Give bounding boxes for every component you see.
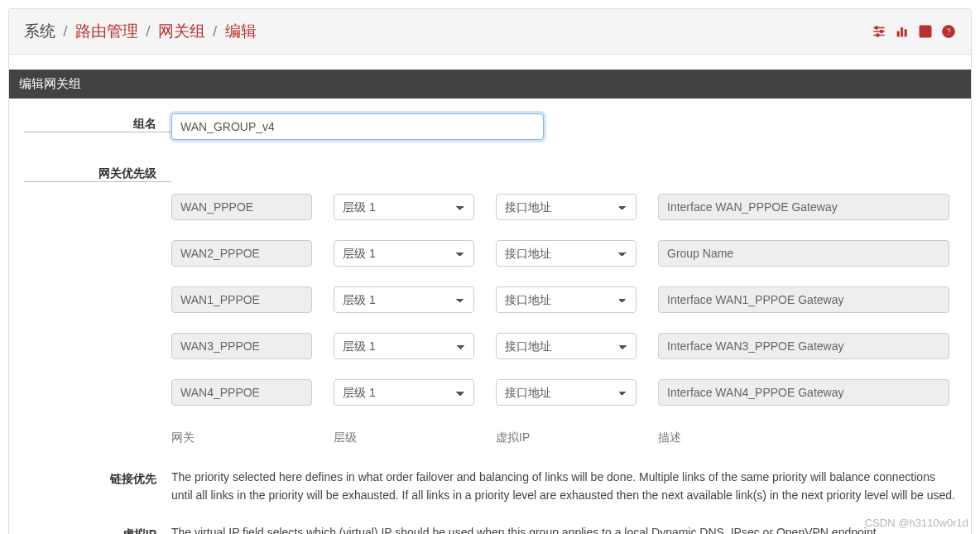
virtual-ip-help: The virtual IP field selects which (virt… bbox=[171, 522, 956, 534]
gateway-desc-3: Interface WAN3_PPPOE Gateway bbox=[658, 333, 949, 359]
svg-rect-8 bbox=[905, 30, 906, 36]
svg-point-3 bbox=[876, 26, 878, 29]
gateway-name-0: WAN_PPPOE bbox=[171, 194, 312, 220]
vip-select-1[interactable]: 接口地址 bbox=[496, 240, 637, 267]
svg-rect-6 bbox=[897, 31, 899, 36]
row-column-labels: 网关 层级 虚拟IP 描述 bbox=[9, 419, 971, 450]
header-actions: ? bbox=[872, 24, 956, 39]
breadcrumb-bar: 系统 / 路由管理 / 网关组 / 编辑 ? bbox=[9, 9, 971, 55]
tier-select-3[interactable]: 层级 1 bbox=[334, 333, 474, 359]
row-gw-3: WAN3_PPPOE 层级 1 接口地址 Interface WAN3_PPPO… bbox=[9, 326, 971, 373]
tier-select-2[interactable]: 层级 1 bbox=[334, 286, 474, 313]
sliders-icon[interactable] bbox=[872, 24, 886, 39]
group-name-input[interactable] bbox=[171, 113, 544, 140]
col-label-desc: 描述 bbox=[658, 431, 949, 445]
chart-icon[interactable] bbox=[895, 24, 910, 39]
svg-point-5 bbox=[877, 34, 879, 36]
row-gw-2: WAN1_PPPOE 层级 1 接口地址 Interface WAN1_PPPO… bbox=[9, 280, 971, 326]
breadcrumb-link-routing[interactable]: 路由管理 bbox=[75, 22, 138, 40]
vip-select-3[interactable]: 接口地址 bbox=[496, 333, 637, 359]
row-gw-1: WAN2_PPPOE 层级 1 接口地址 Group Name bbox=[9, 233, 971, 280]
svg-text:?: ? bbox=[946, 26, 951, 36]
tier-select-1[interactable]: 层级 1 bbox=[334, 240, 474, 267]
row-group-name: 组名 bbox=[9, 107, 971, 145]
breadcrumb-current: 编辑 bbox=[225, 22, 257, 40]
form-area: 组名 网关优先级 WAN_PPPOE 层级 1 接口地址 Interface W… bbox=[9, 99, 971, 534]
link-priority-help: The priority selected here defines in wh… bbox=[171, 467, 956, 504]
label-link-priority: 链接优先 bbox=[24, 467, 171, 487]
gateway-desc-0: Interface WAN_PPPOE Gateway bbox=[658, 194, 949, 220]
row-gw-4: WAN4_PPPOE 层级 1 接口地址 Interface WAN4_PPPO… bbox=[9, 373, 971, 419]
section-title: 编辑网关组 bbox=[19, 76, 81, 90]
breadcrumb-sep: / bbox=[213, 22, 217, 40]
help-icon[interactable]: ? bbox=[941, 24, 956, 39]
col-label-gateway: 网关 bbox=[171, 431, 312, 445]
section-header: 编辑网关组 bbox=[9, 70, 971, 99]
gateway-name-1: WAN2_PPPOE bbox=[171, 240, 312, 267]
row-priority-header: 网关优先级 bbox=[9, 156, 971, 187]
col-label-vip: 虚拟IP bbox=[496, 431, 637, 445]
svg-point-4 bbox=[881, 31, 883, 33]
main-panel: 系统 / 路由管理 / 网关组 / 编辑 ? 编辑网关组 组名 网关优先级 bbox=[8, 8, 972, 534]
label-virtual-ip: 虚拟IP bbox=[24, 522, 171, 534]
breadcrumb-sep: / bbox=[63, 22, 67, 40]
vip-select-0[interactable]: 接口地址 bbox=[496, 194, 637, 220]
list-icon[interactable] bbox=[918, 24, 933, 39]
label-priority: 网关优先级 bbox=[24, 161, 171, 182]
row-link-priority: 链接优先 The priority selected here defines … bbox=[9, 462, 971, 509]
gateway-desc-1: Group Name bbox=[658, 240, 949, 267]
label-group-name: 组名 bbox=[24, 112, 171, 132]
gateway-desc-2: Interface WAN1_PPPOE Gateway bbox=[658, 286, 949, 313]
breadcrumb: 系统 / 路由管理 / 网关组 / 编辑 bbox=[24, 21, 257, 42]
gateway-desc-4: Interface WAN4_PPPOE Gateway bbox=[658, 379, 949, 406]
breadcrumb-root: 系统 bbox=[24, 22, 55, 40]
svg-rect-7 bbox=[901, 28, 903, 37]
tier-select-0[interactable]: 层级 1 bbox=[334, 194, 474, 220]
vip-select-2[interactable]: 接口地址 bbox=[496, 286, 637, 313]
row-virtual-ip: 虚拟IP The virtual IP field selects which … bbox=[9, 517, 971, 534]
gateway-name-2: WAN1_PPPOE bbox=[171, 286, 312, 313]
gateway-name-4: WAN4_PPPOE bbox=[171, 379, 312, 406]
breadcrumb-link-gwgroup[interactable]: 网关组 bbox=[158, 22, 205, 40]
gateway-name-3: WAN3_PPPOE bbox=[171, 333, 312, 359]
vip-select-4[interactable]: 接口地址 bbox=[496, 379, 637, 406]
tier-select-4[interactable]: 层级 1 bbox=[334, 379, 474, 406]
row-gw-0: WAN_PPPOE 层级 1 接口地址 Interface WAN_PPPOE … bbox=[9, 187, 971, 233]
col-label-tier: 层级 bbox=[334, 431, 474, 445]
breadcrumb-sep: / bbox=[146, 22, 150, 40]
